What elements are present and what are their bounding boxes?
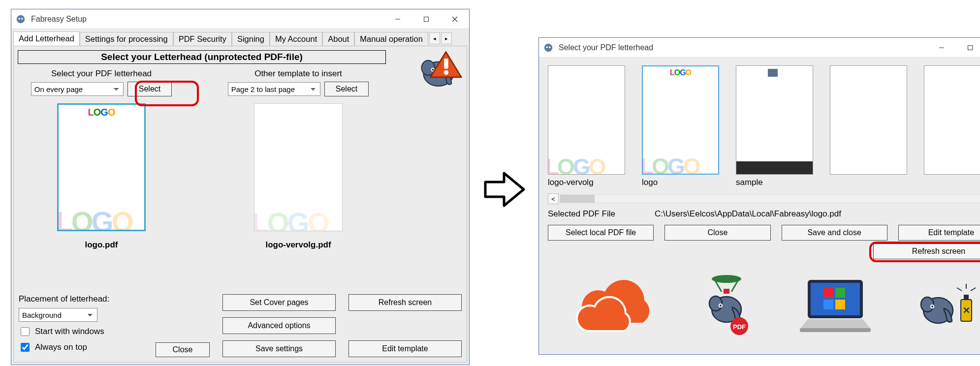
- svg-rect-25: [724, 289, 729, 294]
- letterhead-filename: logo.pdf: [85, 240, 118, 250]
- tab-add-letterhead[interactable]: Add Letterhead: [13, 31, 80, 46]
- thumb-logo[interactable]: LOGO LOGO: [642, 65, 719, 175]
- selected-file-label: Selected PDF File: [548, 209, 615, 219]
- tabstrip: Add Letterhead Settings for processing P…: [11, 29, 469, 46]
- always-on-top-label: Always on top: [35, 342, 87, 352]
- other-template-preview[interactable]: LOGO: [254, 103, 343, 231]
- thumb-sample[interactable]: [736, 65, 813, 175]
- letterhead-select-button[interactable]: Select: [127, 82, 172, 96]
- letterhead-column: Select your PDF letterhead On every page…: [18, 67, 185, 250]
- svg-rect-35: [835, 288, 845, 298]
- thumb-label: logo: [642, 178, 658, 187]
- titlebar: Fabreasy Setup: [11, 9, 469, 29]
- tab-scroll-right[interactable]: ▸: [441, 32, 452, 44]
- close-button-main[interactable]: Close: [156, 342, 210, 357]
- laptop-icon[interactable]: [796, 276, 875, 337]
- svg-rect-33: [811, 283, 860, 315]
- tab-signing[interactable]: Signing: [232, 32, 270, 46]
- refresh-screen-button[interactable]: Refresh screen: [348, 294, 462, 311]
- save-settings-button[interactable]: Save settings: [222, 340, 336, 357]
- selected-file-path: C:\Users\Eelcos\AppData\Local\Fabreasy\l…: [655, 209, 841, 219]
- other-template-column: Other template to insert Page 2 to last …: [215, 67, 382, 250]
- other-template-select-button[interactable]: Select: [324, 82, 369, 96]
- flow-arrow-icon: [482, 167, 527, 212]
- maximize-button[interactable]: [956, 38, 980, 57]
- thumb-empty-1[interactable]: [830, 65, 907, 175]
- svg-rect-36: [823, 300, 833, 309]
- svg-rect-39: [800, 328, 871, 332]
- window-title: Select your PDF letterhead: [559, 43, 653, 52]
- elephant-clean-icon[interactable]: ✕: [915, 276, 979, 337]
- svg-rect-4: [424, 17, 429, 21]
- tab-manual-operation[interactable]: Manual operation: [354, 32, 428, 46]
- edit-template-button[interactable]: Edit template: [898, 225, 980, 241]
- tab-pdf-security[interactable]: PDF Security: [173, 32, 232, 46]
- svg-rect-21: [736, 161, 813, 174]
- svg-point-2: [21, 18, 23, 20]
- heading: Select your Letterhead (unprotected PDF-…: [18, 50, 386, 64]
- tab-settings-processing[interactable]: Settings for processing: [80, 32, 173, 46]
- tab-scroll-left[interactable]: ◂: [429, 32, 440, 44]
- svg-rect-11: [444, 59, 448, 69]
- close-button[interactable]: [441, 9, 469, 29]
- thumb-logo-vervolg[interactable]: LOGO: [548, 65, 625, 175]
- placement-select[interactable]: Background: [19, 308, 97, 322]
- select-local-pdf-button[interactable]: Select local PDF file: [548, 225, 654, 241]
- refresh-screen-button[interactable]: Refresh screen: [873, 244, 980, 259]
- edit-template-button[interactable]: Edit template: [348, 340, 462, 357]
- select-letterhead-window: Select your PDF letterhead LOGO logo-ver…: [538, 37, 980, 355]
- minimize-button[interactable]: [383, 9, 412, 29]
- tab-about[interactable]: About: [322, 32, 354, 46]
- tab-body: Select your Letterhead (unprotected PDF-…: [13, 46, 467, 363]
- set-cover-pages-button[interactable]: Set Cover pages: [222, 294, 336, 311]
- svg-text:PDF: PDF: [733, 323, 746, 331]
- letterhead-label: Select your PDF letterhead: [51, 69, 152, 79]
- maximize-button[interactable]: [412, 9, 441, 29]
- window-title: Fabreasy Setup: [31, 15, 87, 24]
- svg-point-13: [544, 43, 553, 52]
- other-template-label: Other template to insert: [254, 69, 342, 79]
- svg-point-29: [720, 305, 722, 306]
- svg-rect-45: [964, 295, 969, 300]
- save-and-close-button[interactable]: Save and close: [782, 225, 887, 241]
- tab-my-account[interactable]: My Account: [270, 32, 322, 46]
- app-icon: [543, 42, 554, 53]
- elephant-pdf-icon[interactable]: PDF: [697, 271, 756, 342]
- start-with-windows-label: Start with windows: [35, 327, 104, 336]
- other-template-filename: logo-vervolg.pdf: [265, 240, 331, 250]
- svg-line-48: [971, 288, 976, 291]
- minimize-button[interactable]: [927, 38, 956, 57]
- svg-point-14: [546, 46, 548, 48]
- scroll-track[interactable]: [560, 194, 980, 203]
- svg-point-43: [931, 305, 933, 307]
- svg-marker-38: [800, 319, 871, 329]
- close-button-dlg[interactable]: Close: [664, 225, 770, 241]
- template-gallery: LOGO logo-vervolg LOGO LOGO logo sample: [539, 58, 980, 189]
- svg-point-12: [444, 70, 449, 75]
- svg-point-41: [921, 297, 934, 312]
- gallery-scrollbar[interactable]: < >: [548, 192, 980, 205]
- svg-rect-37: [835, 300, 845, 309]
- thumb-label: sample: [736, 178, 763, 187]
- thumb-label: logo-vervolg: [548, 178, 594, 187]
- svg-point-10: [432, 69, 434, 71]
- scroll-thumb[interactable]: [560, 195, 595, 203]
- svg-rect-34: [823, 288, 833, 298]
- placement-label: Placement of letterhead:: [19, 294, 143, 304]
- app-icon: [15, 14, 26, 25]
- always-on-top-checkbox[interactable]: Always on top: [19, 341, 143, 353]
- svg-point-0: [17, 15, 25, 23]
- letterhead-preview[interactable]: LOGO LOGO: [57, 103, 146, 231]
- scroll-left-button[interactable]: <: [548, 193, 559, 204]
- advanced-options-button[interactable]: Advanced options: [222, 317, 336, 334]
- elephant-warning-icon: [417, 48, 464, 90]
- cloud-icon[interactable]: [573, 276, 657, 337]
- other-template-page-select[interactable]: Page 2 to last page: [228, 82, 320, 96]
- svg-point-15: [549, 46, 551, 48]
- thumb-empty-2[interactable]: [924, 65, 980, 175]
- fabreasy-setup-window: Fabreasy Setup Add Letterhead Settings f…: [11, 9, 470, 365]
- titlebar: Select your PDF letterhead: [539, 38, 980, 58]
- svg-line-46: [957, 288, 962, 291]
- letterhead-page-select[interactable]: On every page: [31, 82, 124, 96]
- start-with-windows-checkbox[interactable]: Start with windows: [19, 326, 143, 337]
